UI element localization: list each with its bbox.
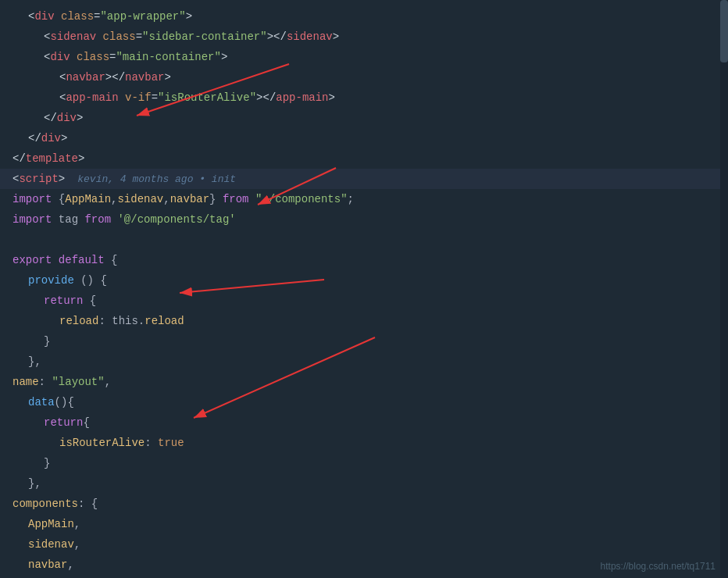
scrollbar-track[interactable]: [720, 0, 728, 578]
line-content-26: AppMain,: [0, 515, 80, 533]
line-content-18: },: [0, 352, 41, 371]
code-editor: <div class="app-wrapper"> <sidenav class…: [0, 0, 728, 578]
code-line-27: sidenav,: [0, 534, 728, 555]
line-content-4: <navbar></navbar>: [0, 68, 171, 87]
code-line-16: reload: this.reload: [0, 311, 728, 331]
code-line-21: return{: [0, 412, 728, 433]
line-content-25: components: {: [0, 494, 98, 513]
line-content-9: <script>: [0, 169, 65, 188]
line-content-3: <div class="main-container">: [0, 48, 227, 66]
line-content-16: reload: this.reload: [0, 312, 184, 330]
line-content-13: export default {: [0, 251, 117, 269]
line-content-12: [0, 230, 19, 249]
watermark: https://blog.csdn.net/tq1711: [601, 561, 716, 572]
code-line-18: },: [0, 351, 728, 372]
line-content-10: import {AppMain,sidenav,navbar} from "./…: [0, 190, 354, 209]
line-content-21: return{: [0, 413, 90, 432]
code-line-23: }: [0, 453, 728, 473]
line-content-7: </div>: [0, 129, 67, 148]
line-content-28: navbar,: [0, 555, 74, 574]
code-line-10: import {AppMain,sidenav,navbar} from "./…: [0, 189, 728, 209]
code-line-22: isRouterAlive: true: [0, 433, 728, 453]
code-line-25: components: {: [0, 494, 728, 514]
line-content-8: </template>: [0, 149, 84, 168]
code-line-4: <navbar></navbar>: [0, 67, 728, 87]
line-content-11: import tag from '@/components/tag': [0, 210, 236, 229]
code-line-2: <sidenav class="sidebar-container"></sid…: [0, 27, 728, 47]
line-content-19: name: "layout",: [0, 373, 111, 391]
line-content-20: data(){: [0, 393, 74, 412]
line-content-24: },: [0, 474, 41, 493]
line-content-27: sidenav,: [0, 535, 80, 554]
code-line-19: name: "layout",: [0, 372, 728, 392]
code-line-9-blame: <script> kevin, 4 months ago • init: [0, 169, 728, 189]
line-content-1: <div class="app-wrapper">: [0, 7, 192, 26]
code-line-14: provide () {: [0, 270, 728, 291]
code-line-11: import tag from '@/components/tag': [0, 209, 728, 230]
line-content-6: </div>: [0, 109, 83, 127]
code-line-3: <div class="main-container">: [0, 47, 728, 67]
line-content-23: }: [0, 454, 50, 473]
line-content-5: <app-main v-if="isRouterAlive"></app-mai…: [0, 88, 335, 107]
line-content-14: provide () {: [0, 271, 107, 290]
code-line-1: <div class="app-wrapper">: [0, 6, 728, 27]
code-line-7: </div>: [0, 128, 728, 148]
code-line-12: [0, 230, 728, 250]
code-line-6: </div>: [0, 108, 728, 128]
code-line-20: data(){: [0, 392, 728, 412]
code-line-24: },: [0, 473, 728, 494]
line-content-2: <sidenav class="sidebar-container"></sid…: [0, 27, 339, 46]
code-line-5: <app-main v-if="isRouterAlive"></app-mai…: [0, 87, 728, 108]
code-line-17: }: [0, 331, 728, 351]
line-content-15: return {: [0, 291, 96, 310]
code-line-13: export default {: [0, 250, 728, 270]
line-content-22: isRouterAlive: true: [0, 434, 184, 452]
code-line-15: return {: [0, 291, 728, 311]
code-line-8: </template>: [0, 148, 728, 169]
code-line-26: AppMain,: [0, 514, 728, 534]
git-blame-text: kevin, 4 months ago • init: [65, 171, 236, 188]
scrollbar-thumb[interactable]: [720, 0, 728, 62]
line-content-17: }: [0, 332, 50, 351]
